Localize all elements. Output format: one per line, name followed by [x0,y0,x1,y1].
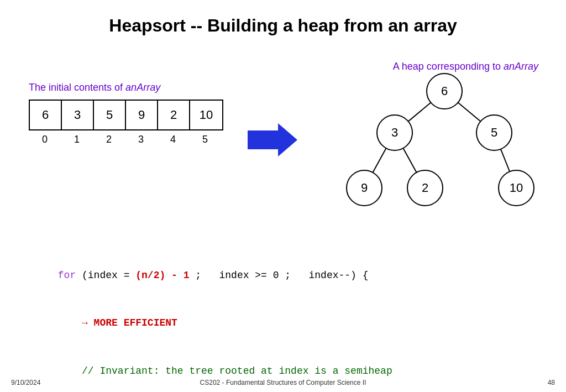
svg-text:5: 5 [491,126,497,139]
svg-text:6: 6 [441,84,448,98]
slide-title: Heapsort -- Building a heap from an arra… [0,0,566,36]
slide: Heapsort -- Building a heap from an arra… [0,0,566,392]
svg-text:9: 9 [361,181,368,195]
code-line-2: → MORE EFFICIENT [22,299,392,347]
footer-course: CS202 - Fundamental Structures of Comput… [200,379,366,386]
array-cell-0: 6 [30,101,62,129]
code-line-1: for (index = (n/2) - 1 ; index >= 0 ; in… [22,252,392,299]
code-for-rest: ; index >= 0 ; index--) { [189,270,368,281]
array-index-2: 2 [93,134,125,145]
code-for-keyword: for [58,270,76,281]
array-index-3: 3 [125,134,157,145]
footer-date: 9/10/2024 [11,379,40,386]
code-section: for (index = (n/2) - 1 ; index >= 0 ; in… [22,252,392,392]
array-cells: 6 3 5 9 2 10 [29,100,223,130]
svg-marker-0 [248,123,297,156]
code-comment-1: // Invariant: the tree rooted at index i… [58,365,392,377]
code-arrow: → MORE EFFICIENT [58,317,177,328]
arrow-icon [248,121,297,161]
array-index-4: 4 [157,134,189,145]
array-cell-3: 9 [126,101,158,129]
array-index-5: 5 [189,134,221,145]
array-cell-4: 2 [158,101,190,129]
left-label: The initial contents of anArray [29,82,160,93]
array-indices: 0 1 2 3 4 5 [29,134,223,145]
array-index-0: 0 [29,134,61,145]
footer-page: 48 [548,379,555,386]
code-for-paren: (index = [76,270,135,281]
array-cell-5: 10 [190,101,222,129]
svg-text:3: 3 [391,126,398,139]
array-container: 6 3 5 9 2 10 0 1 2 3 4 5 [29,100,223,145]
svg-text:2: 2 [422,181,428,195]
array-cell-1: 3 [62,101,94,129]
tree-diagram: 6 3 5 9 2 10 [334,61,555,232]
array-index-1: 1 [61,134,93,145]
array-cell-2: 5 [94,101,126,129]
svg-text:10: 10 [510,181,523,195]
code-highlight-expr: (n/2) - 1 [135,270,189,281]
